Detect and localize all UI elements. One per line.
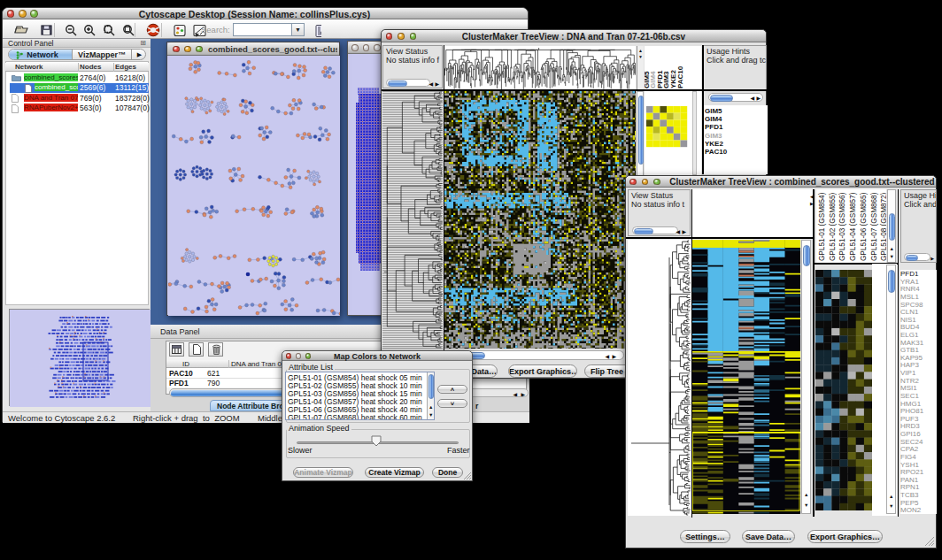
svg-text:GPL51-07 (GSM868): GPL51-07 (GSM868) — [870, 192, 878, 261]
svg-text:PAC10: PAC10 — [676, 65, 684, 88]
svg-text:GPL51-06 (GSM865): GPL51-06 (GSM865) — [860, 192, 868, 261]
svg-text:GPL51-02 (GSM855): GPL51-02 (GSM855) — [829, 192, 837, 261]
svg-text:GPL51-08 (GSM872): GPL51-08 (GSM872) — [880, 192, 886, 261]
svg-text:GPL51-03 (GSM856): GPL51-03 (GSM856) — [838, 192, 846, 261]
svg-text:GPL51-01 (GSM854): GPL51-01 (GSM854) — [818, 192, 826, 261]
svg-text:GPL51-04 (GSM857): GPL51-04 (GSM857) — [849, 192, 857, 261]
